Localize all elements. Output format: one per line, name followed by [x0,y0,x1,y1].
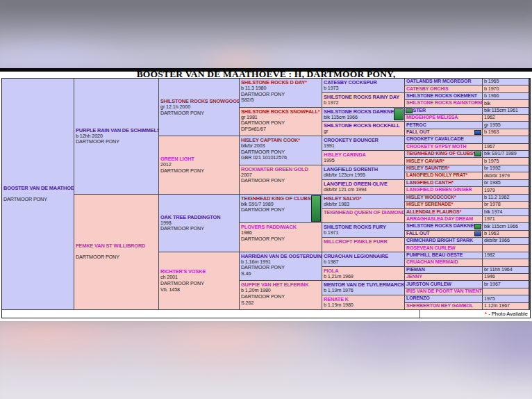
horse-name-link[interactable]: ROSEVEAN CURLEW [406,245,481,252]
horse-name-link[interactable]: JENNY [406,274,481,280]
photo-thumbnail[interactable] [394,108,404,121]
horse-name-link[interactable]: HISLEY CARINDA [324,152,403,158]
horse-name-link[interactable]: LANGFIELD GREEN GINGER [406,187,481,193]
pedigree-cell-gen6-info: 1962 [483,115,529,121]
horse-name-link[interactable]: PETROC [406,122,481,129]
horse-name-link[interactable]: IRIS VAN DE POORT VAN TWENTE [406,288,481,295]
horse-name-link[interactable]: CROOKETY CAVALCADE [406,136,481,142]
photo-thumbnail[interactable] [474,152,481,156]
horse-detail-text: blk 115cm 1966 [484,224,527,230]
horse-detail-text: b 1973 [324,86,403,92]
horse-name-link[interactable]: ALLENDALE FLAUROS* [406,209,481,215]
horse-detail-text: b 1972 [324,100,403,106]
horse-name-link[interactable]: PUMPHILL BEAU GESTE [406,252,481,259]
horse-detail-text: 1995 [324,158,403,164]
horse-name-link[interactable]: BOOSTER VAN DE MAATHOEVE [3,185,72,191]
horse-detail-text: DARTMOOR PONY [76,139,157,145]
horse-detail-text: blk S91/7 1989 [484,151,527,157]
horse-name-link[interactable]: CRUACHAN MERMAID [406,259,481,266]
horse-name-link[interactable]: FEMKE VAN ST WILLIBRORD [76,243,157,249]
pedigree-cell-gen5: CROOKETY BOUNCER1991 [322,136,404,150]
horse-detail-text: gr [324,129,403,135]
horse-name-link[interactable]: GREEN LIGHT [160,156,238,162]
pedigree-cell-gen6-name: HISLEY WOODCOCK* [405,195,482,201]
horse-name-link[interactable]: OAK TREE PADDINGTON [160,214,238,220]
pedigree-cell-gen4: SHILSTONE ROCKS D DAY*b 11.3 1980DARTMOO… [240,79,322,107]
horse-name-link[interactable]: LORENZO [406,295,481,302]
horse-name-link[interactable]: ARRAGHASLEA DAY DREAM [406,216,481,222]
pedigree-cell-gen6-info: blk 115cm 1961 [483,108,529,114]
pedigree-cell-gen5: SHILSTONE ROCKS RAINY DAYb 1972 [322,93,404,107]
horse-name-link[interactable]: OATLANDS MR MCGREGOR [406,79,481,85]
pedigree-cell-gen6-info: 1946 [483,274,529,280]
pedigree-cell-gen6-name: PUMPHILL BEAU GESTE [405,252,482,259]
pedigree-cell-gen4: HISLEY CAPTAIN COOK*blk/br 2003DARTMOOR … [240,136,322,165]
pedigree-cell-gen6-name: LORENZO [405,295,482,302]
horse-name-link[interactable]: MIDGEHOPE MELISSA [406,115,481,121]
horse-name-link[interactable]: PLOVERS PADDIWACK [241,224,320,230]
horse-detail-text: dkb/br 1983 [324,202,403,208]
photo-thumbnail[interactable] [474,130,481,135]
pedigree-cell-gen6-info: dkb/br 1966 [483,238,529,244]
pedigree-cell-gen6-name: CRIMCHARD BRIGHT SPARK [405,238,482,244]
horse-name-link[interactable]: JURSTON CURLEW [406,282,481,288]
pedigree-cell-gen6-info: b 1963 [483,231,529,237]
horse-name-link[interactable]: SHERBERTON BEY GAMBOL [406,303,481,309]
horse-name-link[interactable]: HISLEY SERENADE* [406,202,481,208]
photo-available-asterisk: * [360,195,362,202]
horse-name-link[interactable]: HISLEY CAVIAR* [406,158,481,165]
horse-name-link[interactable]: SHILSTONE ROCKS RAINSTORM [406,100,481,106]
photo-thumbnail[interactable] [474,224,481,229]
pedigree-cell-gen3: RICHTER'S VOSKEch 2001DARTMOOR PONYVb. 1… [159,252,239,309]
horse-name-link[interactable]: HISLEY SAUNTER* [406,165,481,172]
pedigree-cell-gen6-info: br 1992 [483,165,529,172]
horse-detail-text: b 1,19m 1976 [324,288,403,294]
blurred-backdrop-bottom [0,316,532,399]
horse-name-link[interactable]: LANGFIELD CANTH* [406,180,481,186]
horse-detail-text: DARTMOOR PONY [76,254,157,261]
pedigree-cell-gen6-info [483,259,529,266]
pedigree-cell-gen5: FIOLAb 1,21m 1969 [322,267,404,281]
horse-detail-text: blk 1974 [484,209,527,215]
horse-name-link[interactable]: PIEMAN [406,267,481,273]
horse-name-link[interactable]: SHILSTONE ROCKS ROCKFALL [324,122,403,129]
horse-detail-text: b 1,21m 1969 [324,274,403,280]
photo-available-asterisk: * [318,108,320,115]
horse-name-link[interactable]: ROCKWATER GREEN GOLD [241,166,320,172]
pedigree-cell-gen6-name: JENNY [405,274,482,280]
screenshot-stage: BOOSTER VAN DE MAATHOEVE : H, DARTMOOR P… [0,0,532,399]
horse-name-link[interactable]: SHILSTONE ROCKS OKEMENT [406,93,481,99]
horse-name-link[interactable]: EASTER [406,108,481,114]
horse-name-link[interactable]: CATESBY ORCHIS [406,86,481,92]
horse-name-link[interactable]: FALL OUT [406,129,472,136]
horse-detail-text: DARTMOOR PONY [241,178,320,184]
horse-name-link[interactable]: CROOKETY GYPSY MOTH [406,144,481,150]
pedigree-cell-gen6-name: PIEMAN [405,267,482,273]
horse-name-link[interactable]: HISLEY WOODCOCK* [406,195,481,201]
horse-name-link[interactable]: CROOKETY BOUNCER [324,137,403,143]
pedigree-cell-gen5: RENATE Kb 1,19m 1980 [322,295,404,309]
horse-detail-text: DARTMOOR PONY [160,111,238,117]
photo-thumbnail[interactable] [311,195,321,222]
horse-detail-text: b 11.2 1962 [484,195,527,201]
horse-name-link[interactable]: FALL OUT [406,231,472,237]
photo-available-legend: * - Photo Available [420,310,530,318]
horse-name-link[interactable]: SHILSTONE ROCKS DARKNESS [406,223,472,229]
horse-name-link[interactable]: LANGFIELD NOILLY PRAT* [406,172,481,179]
pedigree-cell-gen5: CRUACHAN LEGIONNAIREb 1987 [322,252,404,266]
pedigree-cell-gen5: HISLEY SALVO*dkb/br 1983 [322,195,404,209]
pedigree-cell-gen6-name: ARRAGHASLEA DAY DREAM [405,216,482,222]
horse-name-link[interactable]: CRIMCHARD BRIGHT SPARK [406,238,481,244]
pedigree-cell-gen6-info: b 1963 [483,129,529,136]
photo-thumbnail[interactable] [406,108,413,113]
horse-name-link[interactable]: TEIGNHEAD QUEEN OF DIAMONDS [324,209,403,215]
pedigree-cell-gen6-info: blk 1974 [483,209,529,215]
photo-thumbnail[interactable] [474,231,481,236]
horse-name-link[interactable]: MILLCROFT PINKLE PURR [324,238,403,245]
pedigree-cell-gen6-name: ALLENDALE FLAUROS* [405,209,482,215]
pedigree-cell-gen6-info: b 1966 [483,93,529,99]
horse-name-link[interactable]: TEIGNHEAD KING OF CLUBS* [406,151,472,157]
horse-detail-text: 1962 [484,115,527,121]
horse-detail-text: dkb/br 123cm 1995 [324,172,403,179]
photo-available-asterisk: * [454,195,456,200]
